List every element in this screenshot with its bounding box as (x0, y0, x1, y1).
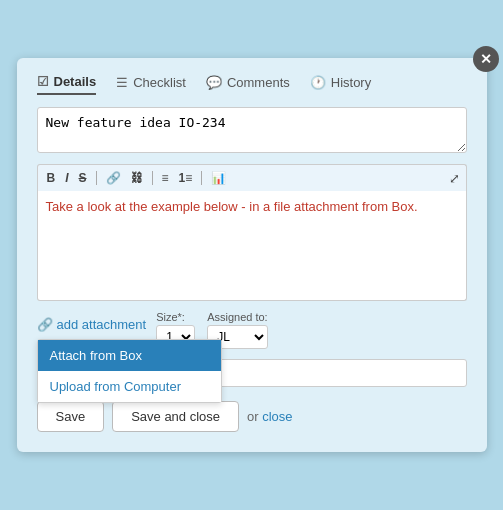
or-text: or (247, 409, 259, 424)
task-modal: ✕ ☑ Details ☰ Checklist 💬 Comments 🕐 His… (17, 58, 487, 452)
tab-comments-label: Comments (227, 75, 290, 90)
link-button[interactable]: 🔗 (103, 169, 124, 187)
tab-checklist[interactable]: ☰ Checklist (116, 74, 186, 95)
attachment-section: 🔗 add attachment Attach from Box Upload … (37, 317, 147, 332)
title-input[interactable]: New feature idea IO-234 (37, 107, 467, 153)
attach-from-box-option[interactable]: Attach from Box (38, 340, 221, 371)
tab-details-label: Details (54, 74, 97, 89)
editor-toolbar: B I S 🔗 ⛓ ≡ 1≡ 📊 ⤢ (37, 164, 467, 191)
list-button[interactable]: ≡ (159, 169, 172, 187)
close-button[interactable]: ✕ (473, 46, 499, 72)
toolbar-divider-1 (96, 171, 97, 185)
button-row: Save Save and close or close (37, 401, 467, 432)
upload-from-computer-option[interactable]: Upload from Computer (38, 371, 221, 402)
history-icon: 🕐 (310, 75, 326, 90)
tab-checklist-label: Checklist (133, 75, 186, 90)
editor-content[interactable]: Take a look at the example below - in a … (37, 191, 467, 301)
add-attachment-link[interactable]: 🔗 add attachment (37, 317, 147, 332)
assigned-to-label: Assigned to: (207, 311, 268, 323)
bold-button[interactable]: B (44, 169, 59, 187)
link2-button[interactable]: ⛓ (128, 169, 146, 187)
attachment-row: 🔗 add attachment Attach from Box Upload … (37, 309, 467, 349)
save-button[interactable]: Save (37, 401, 105, 432)
expand-button[interactable]: ⤢ (449, 171, 460, 186)
paperclip-icon: 🔗 (37, 317, 53, 332)
comments-icon: 💬 (206, 75, 222, 90)
save-and-close-button[interactable]: Save and close (112, 401, 239, 432)
tab-comments[interactable]: 💬 Comments (206, 74, 290, 95)
toolbar-divider-2 (152, 171, 153, 185)
toolbar-divider-3 (201, 171, 202, 185)
close-link[interactable]: close (262, 409, 292, 424)
italic-button[interactable]: I (62, 169, 71, 187)
table-button[interactable]: 📊 (208, 169, 229, 187)
details-icon: ☑ (37, 74, 49, 89)
tab-history-label: History (331, 75, 371, 90)
ordered-list-button[interactable]: 1≡ (176, 169, 196, 187)
size-label: Size*: (156, 311, 195, 323)
strikethrough-button[interactable]: S (76, 169, 90, 187)
add-attachment-label: add attachment (57, 317, 147, 332)
checklist-icon: ☰ (116, 75, 128, 90)
tab-bar: ☑ Details ☰ Checklist 💬 Comments 🕐 Histo… (37, 74, 467, 95)
tab-history[interactable]: 🕐 History (310, 74, 371, 95)
tab-details[interactable]: ☑ Details (37, 74, 97, 95)
attachment-dropdown: Attach from Box Upload from Computer (37, 339, 222, 403)
or-close-text: or close (247, 409, 293, 424)
